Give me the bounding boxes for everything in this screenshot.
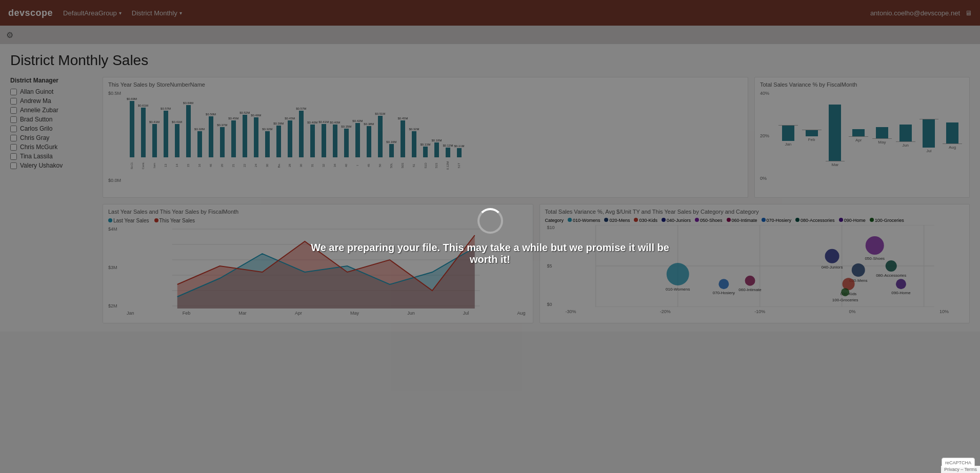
privacy-terms: Privacy – Terms bbox=[941, 466, 980, 473]
loading-text: We are preparing your file. This may tak… bbox=[311, 242, 670, 265]
loading-spinner bbox=[477, 208, 503, 234]
loading-overlay: We are preparing your file. This may tak… bbox=[0, 0, 980, 473]
